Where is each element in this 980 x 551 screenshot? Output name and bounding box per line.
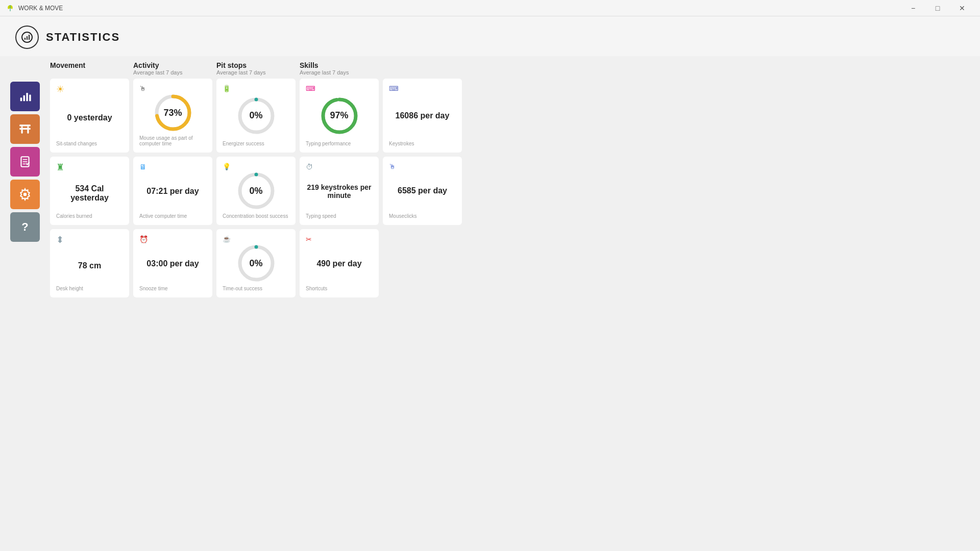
keystrokes-label: Keystrokes [389,141,456,146]
mouse-donut-text: 73% [163,108,182,118]
activity-section-header: Activity Average last 7 days [133,61,212,76]
svg-rect-11 [19,124,31,126]
snooze-value: 03:00 per day [139,243,206,284]
shortcuts-value: 490 per day [306,243,373,284]
header: STATISTICS [0,16,980,56]
snooze-label: Snooze time [139,286,206,291]
card-calories: ♜ 534 Cal yesterday Calories burned [50,157,129,225]
desk-height-value: 78 cm [56,247,123,284]
svg-rect-9 [21,130,22,134]
sidebar: ? [10,82,40,302]
mouse-donut-wrapper: 73% [139,92,206,133]
pitstops-title: Pit stops [216,61,296,69]
sidebar-tasks-icon [18,155,32,168]
mouse-usage-label: Mouse usage as part of computer time [139,135,206,146]
page-title: STATISTICS [46,31,120,44]
stats-area: Movement Activity Average last 7 days Pi… [50,61,965,302]
svg-rect-4 [20,97,22,101]
typing-speed-label: Typing speed [306,213,373,219]
keystrokes-icon: ⌨ [389,85,456,92]
title-bar-left: WORK & MOVE [6,4,63,12]
close-button[interactable]: ✕ [950,0,974,16]
sit-stand-value: 0 yesterday [56,97,123,139]
maximize-button[interactable]: □ [926,0,949,16]
sidebar-item-tasks[interactable] [10,147,40,177]
typing-perf-donut-wrapper: 97% [306,92,373,139]
card-energizer: 🔋 0% Energizer success [216,79,296,153]
typing-speed-value: 219 keystrokes per minute [306,171,373,211]
card-mouse-usage: 🖱 73% Mouse usage as part of computer ti… [133,79,212,153]
sidebar-item-help[interactable]: ? [10,212,40,242]
skills-section-header: Skills Average last 7 days [300,61,458,76]
card-computer-time: 🖥 07:21 per day Active computer time [133,157,212,225]
card-snooze: ⏰ 03:00 per day Snooze time [133,229,212,297]
card-mouseclicks: 🖱 6585 per day Mouseclicks [383,157,462,225]
desk-height-label: Desk height [56,286,123,291]
pitstops-subtitle: Average last 7 days [216,69,296,76]
sidebar-settings-icon [18,188,32,201]
concentration-donut-wrapper: 0% [223,170,289,211]
card-timeout: ☕ 0% Time-out success [216,229,296,297]
svg-rect-12 [21,127,22,128]
typing-perf-donut-text: 97% [330,110,348,121]
mouseclicks-label: Mouseclicks [389,213,456,219]
timeout-label: Time-out success [223,286,289,291]
card-typing-performance: ⌨ 97% Typing performance [300,79,379,153]
concentration-icon: 💡 [223,163,289,170]
computer-time-value: 07:21 per day [139,171,206,211]
title-bar: WORK & MOVE − □ ✕ [0,0,980,16]
title-bar-controls: − □ ✕ [901,0,974,16]
mouseclicks-icon: 🖱 [389,163,456,170]
activity-subtitle: Average last 7 days [133,69,212,76]
keystrokes-value: 16086 per day [389,92,456,139]
svg-rect-10 [27,130,29,134]
app-title: WORK & MOVE [18,5,63,12]
energizer-donut-wrapper: 0% [223,92,289,139]
card-typing-speed: ⏱ 219 keystrokes per minute Typing speed [300,157,379,225]
sit-stand-icon: ☀ [56,85,123,94]
sidebar-item-desk[interactable] [10,114,40,144]
card-shortcuts: ✂ 490 per day Shortcuts [300,229,379,297]
help-icon: ? [21,220,28,234]
minimize-button[interactable]: − [901,0,925,16]
svg-rect-1 [24,38,26,40]
concentration-label: Concentration boost success [223,213,289,219]
svg-rect-7 [29,95,31,102]
sit-stand-label: Sit-stand changes [56,141,123,146]
svg-rect-5 [23,95,26,102]
card-keystrokes: ⌨ 16086 per day Keystrokes [383,79,462,153]
timeout-donut-wrapper: 0% [223,243,289,284]
typing-speed-icon: ⏱ [306,163,373,171]
sidebar-stats-icon [18,89,32,104]
energizer-donut-text: 0% [249,110,262,121]
card-sit-stand: ☀ 0 yesterday Sit-stand changes [50,79,129,153]
sidebar-item-settings[interactable] [10,180,40,209]
card-desk-height: ⬍ 78 cm Desk height [50,229,129,297]
mouse-icon: 🖱 [139,85,206,92]
app-logo [6,4,14,12]
computer-time-icon: 🖥 [139,163,206,171]
typing-perf-label: Typing performance [306,141,373,146]
pitstops-section-header: Pit stops Average last 7 days [216,61,296,76]
svg-rect-13 [27,127,29,128]
shortcuts-icon: ✂ [306,235,373,243]
movement-title: Movement [50,61,129,69]
desk-height-icon: ⬍ [56,235,123,244]
concentration-donut-text: 0% [249,186,262,196]
skills-title: Skills [300,61,458,69]
header-icon [15,26,39,49]
mouseclicks-value: 6585 per day [389,170,456,211]
sidebar-item-stats[interactable] [10,82,40,111]
calories-label: Calories burned [56,213,123,219]
main-content: ? Movement Activity Average last 7 days … [0,56,980,302]
svg-rect-8 [19,128,31,130]
energizer-label: Energizer success [223,141,289,146]
calories-icon: ♜ [56,163,123,172]
card-concentration: 💡 0% Concentration boost success [216,157,296,225]
timeout-donut-text: 0% [249,258,262,269]
calories-value: 534 Cal yesterday [56,175,123,211]
svg-rect-2 [27,36,28,40]
energizer-icon: 🔋 [223,85,289,92]
activity-title: Activity [133,61,212,69]
computer-time-label: Active computer time [139,213,206,219]
